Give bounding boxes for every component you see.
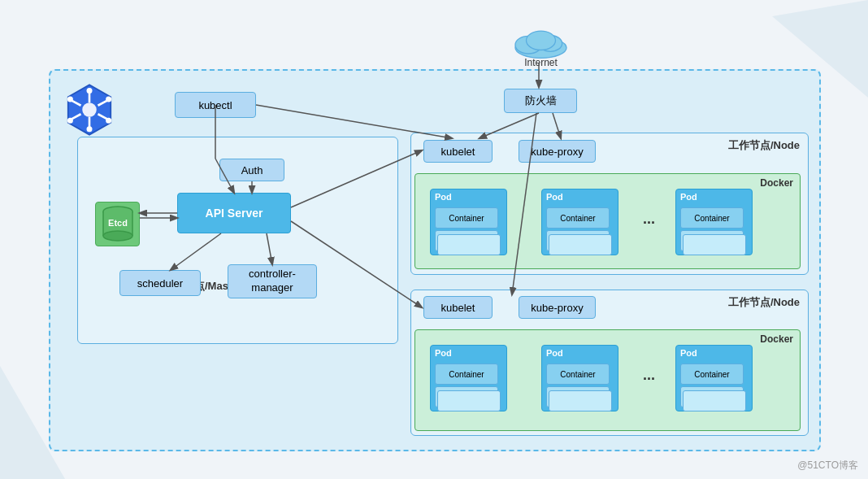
svg-point-15 (87, 126, 93, 132)
worker2-kube-proxy-box: kube-proxy (519, 296, 596, 319)
scheduler-box: scheduler (119, 270, 201, 296)
controller-manager-label: controller-manager (249, 268, 296, 295)
svg-text:Etcd: Etcd (108, 218, 128, 228)
pod-2-2: Pod Container (541, 345, 618, 412)
watermark: @51CTO博客 (797, 459, 858, 472)
auth-label: Auth (241, 164, 263, 176)
kubectl-box: kubectl (175, 92, 256, 118)
pod-2-1: Pod Container (430, 345, 507, 412)
pod-1-2-container: Container (546, 207, 610, 229)
worker1-kube-proxy-box: kube-proxy (519, 140, 596, 163)
worker1-dots: ... (643, 211, 655, 228)
api-server-box: API Server (177, 193, 291, 233)
svg-point-24 (103, 231, 132, 241)
pod-1-3-container: Container (680, 207, 744, 229)
worker1-kubelet-label: kubelet (441, 146, 475, 158)
firewall-label: 防火墙 (525, 94, 557, 108)
auth-box: Auth (219, 159, 284, 181)
pod-2-3-label: Pod (676, 346, 752, 358)
pod-2-2-container: Container (546, 364, 610, 385)
pod-2-2-label: Pod (542, 346, 618, 358)
worker2-kube-proxy-label: kube-proxy (531, 302, 583, 314)
worker-node-2-label: 工作节点/Node (728, 295, 800, 310)
docker-label-1: Docker (760, 177, 793, 189)
docker-area-1: Docker Pod Container Pod Container ... P… (414, 173, 801, 269)
svg-point-18 (67, 118, 73, 124)
docker-area-2: Docker Pod Container Pod Container ... P… (414, 329, 801, 431)
controller-manager-box: controller-manager (228, 264, 317, 298)
k8s-logo (61, 81, 118, 138)
svg-point-17 (106, 118, 111, 124)
internet-cloud: Internet (506, 24, 575, 68)
pod-1-2-container-stack2 (549, 234, 612, 255)
pod-2-2-container-stack2 (549, 390, 612, 412)
worker1-kubelet-box: kubelet (423, 140, 493, 163)
svg-point-14 (87, 88, 93, 94)
pod-1-3: Pod Container (675, 189, 753, 255)
worker2-dots: ... (643, 367, 655, 384)
pod-1-1-container: Container (435, 207, 498, 229)
svg-point-16 (67, 96, 73, 102)
worker2-kubelet-label: kubelet (441, 302, 475, 314)
pod-1-1-container-stack2 (437, 234, 501, 255)
scheduler-label: scheduler (137, 277, 183, 290)
pod-2-1-label: Pod (431, 346, 506, 358)
docker-label-2: Docker (760, 333, 793, 345)
worker2-kubelet-box: kubelet (423, 296, 493, 319)
pod-1-1: Pod Container (430, 189, 507, 255)
pod-1-2-label: Pod (542, 189, 618, 202)
pod-2-3: Pod Container (675, 345, 753, 412)
kubectl-label: kubectl (198, 99, 232, 111)
pod-1-2: Pod Container (541, 189, 618, 255)
pod-2-1-container-stack2 (437, 390, 501, 412)
pod-1-3-label: Pod (676, 189, 752, 202)
worker-node-1-label: 工作节点/Node (728, 138, 800, 153)
pod-2-3-container: Container (680, 364, 744, 385)
etcd-box: Etcd (95, 202, 140, 246)
svg-point-7 (82, 102, 97, 117)
pod-1-3-container-stack2 (683, 234, 746, 255)
pod-1-1-label: Pod (431, 189, 506, 202)
pod-2-1-container: Container (435, 364, 498, 385)
pod-2-3-container-stack2 (683, 390, 746, 412)
worker1-kube-proxy-label: kube-proxy (531, 146, 583, 158)
svg-point-19 (106, 96, 111, 102)
api-server-label: API Server (206, 207, 263, 220)
svg-point-5 (527, 31, 556, 50)
firewall-box: 防火墙 (504, 89, 577, 113)
